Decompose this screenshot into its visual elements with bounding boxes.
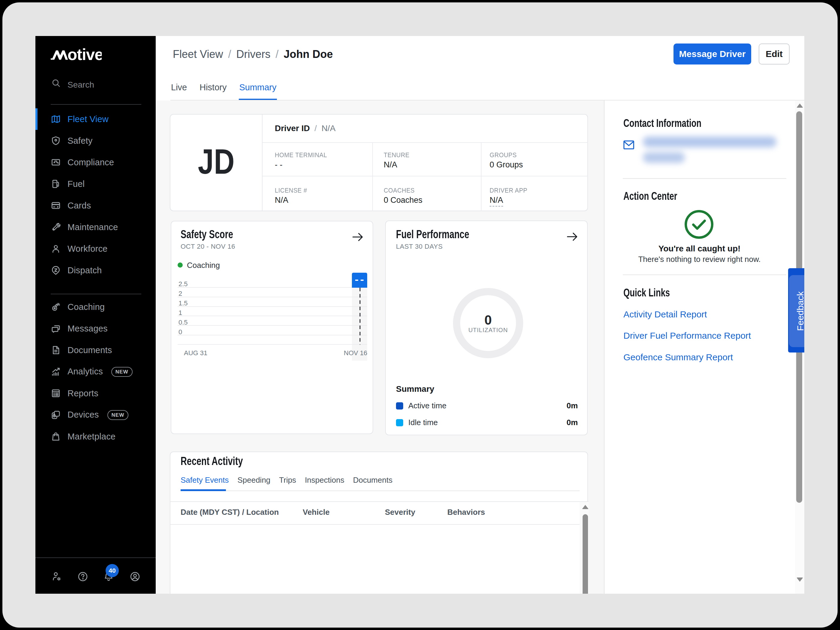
svg-text:otive: otive [68, 46, 102, 61]
